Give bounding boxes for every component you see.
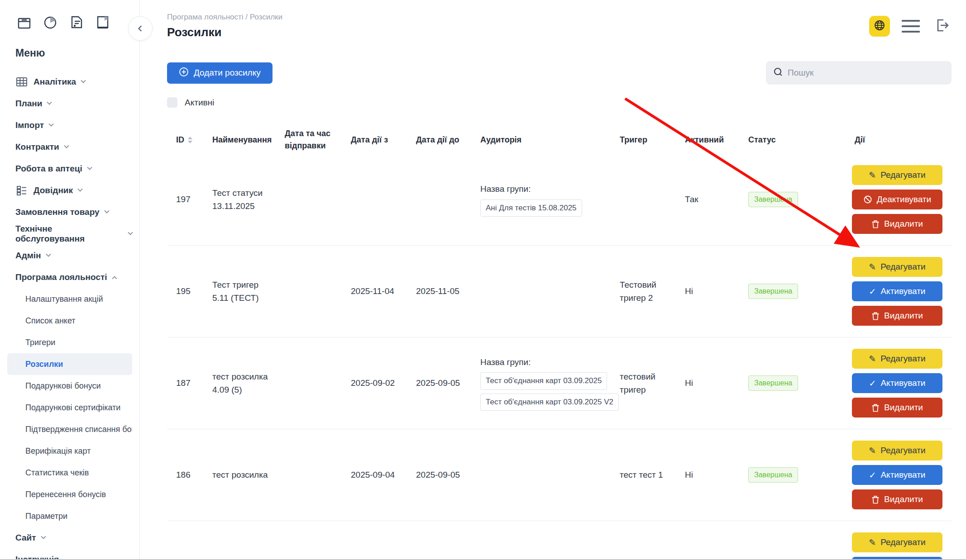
sidebar-item-robota-v-aptetsi[interactable]: Робота в аптеці — [7, 158, 132, 180]
sidebar-item-podarunkovi-bonusy[interactable]: Подарункові бонуси — [7, 375, 132, 397]
delete-button[interactable]: Видалити — [852, 489, 942, 509]
delete-button[interactable]: Видалити — [852, 306, 942, 326]
chevron-down-icon — [48, 122, 53, 127]
sidebar-item-sait[interactable]: Сайт — [7, 527, 132, 549]
search-input[interactable] — [788, 68, 944, 78]
cell-id: 197 — [167, 193, 204, 206]
active-filter-label: Активні — [185, 98, 214, 108]
cell-actions: ✎Редагувати ✓Активувати Видалити — [843, 349, 952, 418]
sidebar-item-import[interactable]: Імпорт — [7, 114, 132, 136]
col-header-name: Найменування — [204, 134, 277, 146]
trash-icon — [871, 495, 880, 504]
sidebar-item-spysok-anket[interactable]: Список анкет — [7, 310, 132, 332]
cell-audience: Назва групи: Ані Для тестів 15.08.2025 — [472, 182, 612, 217]
sidebar-collapse-button[interactable] — [128, 16, 153, 41]
cell-id: 187 — [167, 376, 204, 389]
edit-button[interactable]: ✎Редагувати — [852, 257, 942, 277]
cell-active: Ні — [677, 285, 740, 298]
cell-active: Так — [677, 193, 740, 206]
sidebar-item-rozsylky[interactable]: Розсилки — [7, 353, 132, 375]
chevron-down-icon — [64, 143, 69, 148]
trash-icon — [871, 219, 880, 228]
cell-id: 195 — [167, 285, 204, 298]
deactivate-button[interactable]: Деактивувати — [852, 190, 942, 209]
sidebar-item-prohrama-loialnosti[interactable]: Програма лояльності — [7, 266, 132, 288]
activate-button[interactable]: ✓Активувати — [852, 281, 942, 301]
sidebar-item-nalashtuvannia-aktsii[interactable]: Налаштування акцій — [7, 288, 132, 310]
sort-icon[interactable] — [188, 137, 192, 143]
document-icon[interactable] — [68, 14, 85, 31]
col-header-send-date: Дата та час відправки — [277, 128, 343, 152]
sidebar-item-pidtverdzhennia-spysannia[interactable]: Підтвердження списання бону… — [7, 418, 132, 440]
chevron-down-icon — [47, 100, 52, 105]
book-icon[interactable] — [94, 14, 111, 31]
cell-actions: ✎Редагувати Деактивувати Видалити — [843, 165, 952, 234]
table-row: ✎Редагувати ✓Активувати Видалити — [167, 521, 952, 560]
activate-button[interactable]: ✓Активувати — [852, 373, 942, 393]
sidebar-item-podarunkovi-sertyfikaty[interactable]: Подарункові сертифікати — [7, 397, 132, 418]
audience-group-tag: Ані Для тестів 15.08.2025 — [480, 199, 582, 217]
logout-button[interactable] — [932, 15, 952, 37]
cell-status: Завершена — [740, 192, 843, 208]
audience-group-tag: Тест об'єднання карт 03.09.2025 V2 — [480, 394, 619, 411]
sidebar-item-statystyka-chekiv[interactable]: Статистика чеків — [7, 462, 132, 484]
active-filter-checkbox[interactable] — [167, 97, 177, 108]
sidebar-item-instruktsiia[interactable]: Інструкція — [7, 549, 132, 560]
chevron-down-icon — [128, 230, 133, 235]
col-header-trigger: Тригер — [612, 134, 677, 146]
edit-button[interactable]: ✎Редагувати — [852, 165, 942, 185]
sidebar-menu-title: Меню — [7, 47, 132, 59]
status-badge: Завершена — [748, 375, 798, 391]
cell-name: тест розсилка4.09 (5) — [204, 370, 277, 397]
chevron-down-icon — [104, 209, 109, 214]
delete-button[interactable]: Видалити — [852, 398, 942, 418]
trash-icon — [871, 311, 880, 320]
table-row: 186 тест розсилка 2025-09-04 2025-09-05 … — [167, 429, 952, 521]
cell-date-from: 2025-09-04 — [343, 468, 408, 481]
sidebar-item-tryhery[interactable]: Тригери — [7, 332, 132, 353]
edit-button[interactable]: ✎Редагувати — [852, 441, 942, 460]
search-box[interactable] — [766, 61, 952, 85]
main-content: Програма лояльності / Розсилки Розсилки … — [140, 0, 966, 560]
edit-button[interactable]: ✎Редагувати — [852, 349, 942, 369]
cell-status: Завершена — [740, 467, 843, 483]
sidebar-item-analitika[interactable]: Аналітика — [7, 71, 132, 93]
activate-button[interactable]: ✓Активувати — [852, 465, 942, 485]
language-globe-button[interactable] — [869, 16, 890, 37]
globe-icon — [873, 19, 886, 33]
sidebar-item-plany[interactable]: Плани — [7, 93, 132, 114]
cell-name: Тест статуси13.11.2025 — [204, 186, 277, 213]
sidebar-item-perenesennia-bonusiv[interactable]: Перенесення бонусів — [7, 484, 132, 505]
block-icon — [863, 195, 872, 204]
chevron-down-icon — [41, 534, 46, 539]
table-row: 187 тест розсилка4.09 (5) 2025-09-02 202… — [167, 337, 952, 429]
sidebar-item-zamovlennia-tovaru[interactable]: Замовлення товару — [7, 201, 132, 223]
check-icon: ✓ — [869, 287, 876, 296]
sidebar-item-tekhnichne-obsluhovuvannia[interactable]: Технічне обслуговування — [7, 223, 132, 245]
sidebar-item-parametry[interactable]: Параметри — [7, 505, 132, 527]
cell-date-to: 2025-09-05 — [408, 376, 472, 389]
cell-actions: ✎Редагувати ✓Активувати Видалити — [843, 532, 952, 560]
sidebar-item-kontrakty[interactable]: Контракти — [7, 136, 132, 158]
col-header-status: Статус — [740, 134, 843, 146]
cell-trigger: тестовий тригер — [612, 370, 677, 397]
add-mailing-button[interactable]: Додати розсилку — [167, 62, 273, 84]
mailings-table: ID Найменування Дата та час відправки Да… — [167, 126, 952, 560]
sidebar: Меню Аналітика Плани Імпорт Контракти Ро… — [0, 0, 140, 560]
col-header-id[interactable]: ID — [167, 134, 204, 146]
list-icon — [15, 184, 28, 197]
cell-trigger: тест тест 1 — [612, 468, 677, 481]
sidebar-item-dovidnyk[interactable]: Довідник — [7, 180, 132, 201]
chevron-left-icon — [138, 25, 144, 32]
pencil-icon: ✎ — [869, 355, 876, 363]
chevron-up-icon — [112, 276, 117, 281]
sidebar-item-veryfikatsiia-kart[interactable]: Верифікація карт — [7, 440, 132, 462]
hamburger-menu-icon[interactable] — [900, 18, 922, 34]
table-row: 195 Тест тригер5.11 (ТЕСТ) 2025-11-04 20… — [167, 246, 952, 337]
edit-button[interactable]: ✎Редагувати — [852, 532, 942, 552]
sidebar-item-admin[interactable]: Адмін — [7, 245, 132, 266]
pie-chart-icon[interactable] — [42, 14, 59, 31]
delete-button[interactable]: Видалити — [852, 214, 942, 234]
archive-box-icon[interactable] — [15, 14, 33, 31]
status-badge: Завершена — [748, 192, 798, 208]
